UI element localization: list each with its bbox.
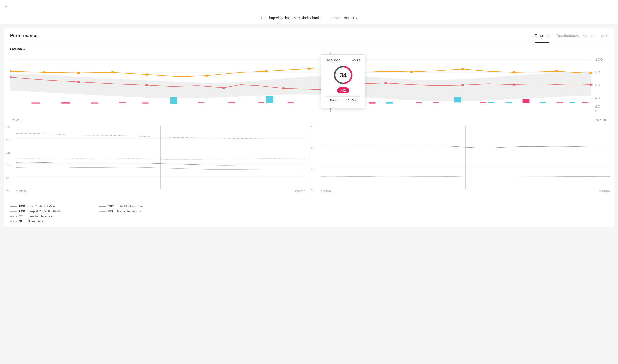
svg-point-16 xyxy=(461,68,464,70)
branch-value: master xyxy=(344,16,354,20)
svg-rect-31 xyxy=(31,102,40,103)
overview-chart: 100 80 60 40 20 0 2/22/2020 00:34 xyxy=(10,53,608,117)
url-label: URL xyxy=(261,16,268,20)
tooltip-score-container: 34 -41 xyxy=(326,65,360,93)
svg-text:40: 40 xyxy=(595,97,600,100)
svg-text:100: 100 xyxy=(595,58,603,61)
tooltip-buttons: Report CI Diff xyxy=(326,96,360,104)
url-selector[interactable]: URL http://localhost:PORT/index.html ▾ xyxy=(261,16,322,20)
right-y-axis: 3s 2s 1s 0s xyxy=(311,126,314,192)
top-nav: ≡ xyxy=(0,0,618,12)
y-label-2s: 2s xyxy=(311,147,314,150)
svg-rect-55 xyxy=(570,102,575,103)
svg-point-15 xyxy=(410,71,413,73)
svg-point-5 xyxy=(10,70,12,72)
tti-abbr: TTI xyxy=(19,215,26,218)
svg-rect-33 xyxy=(91,102,98,103)
page-50[interactable]: 50 xyxy=(583,34,587,38)
tooltip-time: 00:34 xyxy=(352,59,360,62)
legend-tti: TTI Time to Interactive xyxy=(10,215,60,218)
page-25[interactable]: 25 xyxy=(575,34,579,38)
fcp-label: First Contentful Paint xyxy=(28,205,56,208)
left-y-axis: 25s 20s 15s 10s 5s 0s xyxy=(6,126,11,192)
fid-line-icon xyxy=(99,211,106,212)
legend-fcp: FCP First Contentful Paint xyxy=(10,205,60,208)
svg-text:20: 20 xyxy=(595,105,600,108)
svg-rect-36 xyxy=(198,102,204,103)
svg-point-24 xyxy=(282,87,285,90)
tbt-line-icon xyxy=(99,206,106,207)
legend-fid: FID Max Potential FID xyxy=(99,210,143,213)
y-label-0s: 0s xyxy=(6,189,11,192)
svg-rect-34 xyxy=(119,102,126,103)
svg-rect-42 xyxy=(266,96,273,103)
card-title: Performance xyxy=(10,33,535,38)
svg-rect-35 xyxy=(142,102,148,103)
svg-text:0: 0 xyxy=(595,109,598,113)
toolbar: URL http://localhost:PORT/index.html ▾ B… xyxy=(0,12,618,24)
tab-timeline[interactable]: Timeline xyxy=(535,28,549,43)
legend-tbt: TBT Total Blocking Time xyxy=(99,205,143,208)
svg-point-6 xyxy=(43,71,46,74)
url-chevron-icon: ▾ xyxy=(320,17,322,19)
y-label-0s-r: 0s xyxy=(311,189,314,192)
fcp-abbr: FCP xyxy=(19,205,26,208)
svg-rect-54 xyxy=(557,102,563,103)
legend-si: SI Speed Index xyxy=(10,220,60,223)
svg-rect-39 xyxy=(288,102,294,103)
menu-icon[interactable]: ≡ xyxy=(5,3,8,9)
bottom-chart-right: 3s 2s 1s 0s xyxy=(309,123,614,202)
svg-rect-46 xyxy=(416,102,422,103)
tti-line-icon xyxy=(10,216,17,217)
lcp-label: Largest Contentful Paint xyxy=(28,210,60,213)
tooltip-date: 2/22/2020 xyxy=(326,59,340,62)
svg-rect-48 xyxy=(454,97,461,103)
svg-rect-49 xyxy=(480,102,486,103)
svg-point-8 xyxy=(111,71,114,74)
score-number: 34 xyxy=(340,71,347,79)
svg-point-29 xyxy=(589,84,593,86)
svg-point-26 xyxy=(384,82,388,84)
tabs: Timeline Distribution xyxy=(535,28,575,43)
ci-diff-button[interactable]: CI Diff xyxy=(343,97,360,104)
tab-distribution[interactable]: Distribution xyxy=(556,28,575,43)
right-date-start: 2/9/2020 xyxy=(321,190,332,193)
score-circle: 34 xyxy=(333,65,353,85)
svg-rect-45 xyxy=(386,102,393,104)
svg-point-21 xyxy=(77,81,80,83)
score-diff-badge: -41 xyxy=(337,87,349,93)
svg-rect-37 xyxy=(228,102,235,103)
svg-text:60: 60 xyxy=(595,84,600,87)
svg-rect-47 xyxy=(433,102,439,103)
page-max[interactable]: MAX xyxy=(600,34,608,38)
svg-point-12 xyxy=(307,68,311,70)
lcp-line-icon xyxy=(10,211,17,212)
left-chart-dates: 2/9/2020 3/4/2020 xyxy=(8,190,305,193)
svg-rect-41 xyxy=(170,97,177,104)
card-header: Performance Timeline Distribution 25 50 … xyxy=(4,28,614,43)
page-100[interactable]: 100 xyxy=(591,34,596,38)
right-chart-inner xyxy=(321,126,610,189)
branch-selector[interactable]: Branch master ▾ xyxy=(331,16,357,20)
svg-point-7 xyxy=(77,72,80,74)
svg-text:80: 80 xyxy=(595,71,600,74)
tooltip-header: 2/22/2020 00:34 xyxy=(326,59,360,62)
date-start: 2/9/2020 xyxy=(12,118,24,122)
svg-point-23 xyxy=(222,87,225,89)
branch-chevron-icon: ▾ xyxy=(356,17,357,19)
bottom-charts: 25s 20s 15s 10s 5s 0s xyxy=(4,123,614,202)
fid-label: Max Potential FID xyxy=(117,210,141,213)
report-button[interactable]: Report xyxy=(326,97,343,104)
svg-rect-51 xyxy=(505,102,512,103)
fcp-line-icon xyxy=(10,206,17,207)
overview-title: Overview xyxy=(10,47,608,51)
si-label: Speed Index xyxy=(28,220,44,223)
svg-rect-32 xyxy=(61,102,70,104)
y-label-25s: 25s xyxy=(6,126,11,129)
tbt-label: Total Blocking Time xyxy=(117,205,143,208)
tti-label: Time to Interactive xyxy=(28,215,52,218)
main-card: Performance Timeline Distribution 25 50 … xyxy=(4,28,614,227)
y-label-15s: 15s xyxy=(6,151,11,154)
pagination: 25 50 100 MAX xyxy=(575,34,608,38)
svg-rect-52 xyxy=(523,99,530,103)
